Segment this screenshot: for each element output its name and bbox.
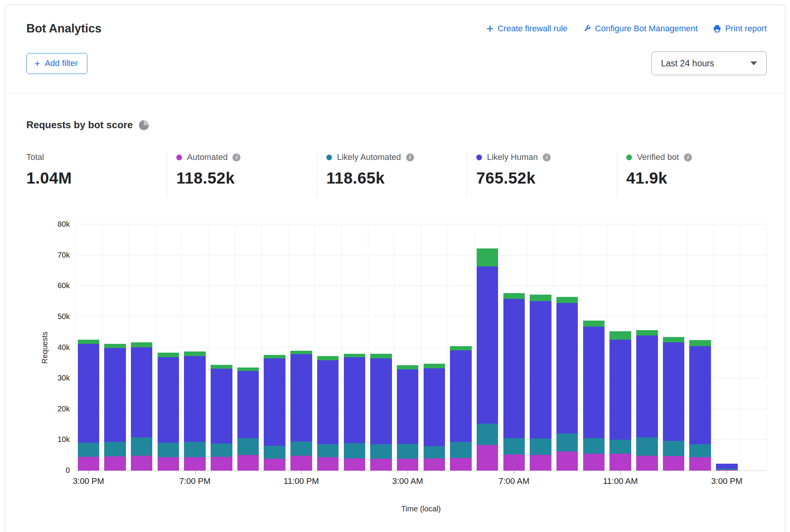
bar-slot <box>527 225 554 471</box>
bar[interactable] <box>104 344 126 471</box>
x-axis-slot <box>235 471 261 488</box>
bar-slot <box>448 225 474 471</box>
x-axis-slot: 3:00 PM <box>75 471 102 488</box>
section-title: Requests by bot score <box>26 119 133 131</box>
bar-segment-likely-human <box>663 342 684 441</box>
bar-segment-automated <box>104 456 126 471</box>
bar-segment-verified-bot <box>689 340 711 346</box>
bar[interactable] <box>556 297 578 471</box>
bar-segment-likely-automated <box>450 442 471 458</box>
bar[interactable] <box>158 353 179 471</box>
bar[interactable] <box>477 248 498 471</box>
bar[interactable] <box>530 295 551 471</box>
stat-verified-bot-value: 41.9k <box>626 169 767 187</box>
bar[interactable] <box>264 355 285 471</box>
bar-segment-likely-human <box>503 299 525 438</box>
card-header: Bot Analytics Create firewall rule <box>5 5 785 75</box>
bar-segment-automated <box>158 457 179 471</box>
bar[interactable] <box>317 356 339 471</box>
bar-segment-verified-bot <box>78 340 99 344</box>
bar-slot <box>75 225 102 471</box>
bar[interactable] <box>583 321 605 471</box>
x-tick-mark <box>727 471 727 474</box>
bar[interactable] <box>370 354 392 471</box>
x-axis-slot <box>102 471 129 488</box>
bar-segment-automated <box>344 458 365 471</box>
bar-segment-verified-bot <box>184 351 205 356</box>
printer-icon <box>713 24 721 33</box>
x-axis-slot <box>421 471 448 488</box>
add-filter-button[interactable]: + Add filter <box>26 53 87 74</box>
bar[interactable] <box>689 340 711 471</box>
bot-analytics-card: Bot Analytics Create firewall rule <box>5 5 785 532</box>
bar-segment-likely-automated <box>131 437 152 456</box>
info-icon[interactable]: i <box>406 153 414 161</box>
stat-automated-label: Automated <box>187 152 227 162</box>
print-report-link[interactable]: Print report <box>713 24 767 34</box>
stat-automated: Automated i 118.52k <box>167 152 317 197</box>
time-range-value: Last 24 hours <box>661 58 714 69</box>
bar-segment-likely-human <box>78 344 99 443</box>
bar[interactable] <box>184 351 205 471</box>
x-axis-slot: 11:00 AM <box>607 471 634 488</box>
bar-slot <box>288 225 315 471</box>
time-range-select[interactable]: Last 24 hours <box>651 52 767 75</box>
bar[interactable] <box>503 293 525 471</box>
x-axis-slot <box>554 471 580 488</box>
info-icon[interactable]: i <box>232 153 240 161</box>
bar-slot <box>341 225 368 471</box>
bar-segment-automated <box>397 459 418 471</box>
bar[interactable] <box>290 351 312 471</box>
bar-segment-verified-bot <box>211 365 232 369</box>
bar-segment-automated <box>609 454 631 471</box>
bar-segment-automated <box>556 451 578 471</box>
bar-segment-automated <box>237 455 259 471</box>
create-firewall-rule-link[interactable]: Create firewall rule <box>486 24 568 34</box>
header-actions: Create firewall rule Configure Bot Manag… <box>486 24 767 34</box>
bar-slot <box>580 225 607 471</box>
bar-slot <box>474 225 501 471</box>
bar-segment-likely-human <box>344 357 365 443</box>
bar-slot <box>155 225 182 471</box>
bar[interactable] <box>211 365 232 471</box>
x-tick-label: 3:00 PM <box>73 476 104 486</box>
bar-segment-automated <box>663 456 684 471</box>
bar[interactable] <box>344 354 365 471</box>
stat-automated-value: 118.52k <box>176 169 317 187</box>
bar-segment-likely-automated <box>636 437 658 456</box>
x-axis-slot <box>634 471 660 488</box>
bar[interactable] <box>716 464 737 471</box>
bar-segment-likely-human <box>556 303 578 434</box>
bar-segment-likely-automated <box>689 444 711 457</box>
x-axis-slot <box>368 471 395 488</box>
bar[interactable] <box>609 331 631 471</box>
bar-segment-likely-automated <box>503 438 525 455</box>
info-icon[interactable]: i <box>543 153 551 161</box>
bar-segment-automated <box>477 445 498 471</box>
bar[interactable] <box>450 346 471 471</box>
bar-segment-likely-automated <box>264 446 285 459</box>
bar[interactable] <box>636 330 658 471</box>
bar-segment-likely-automated <box>583 438 605 453</box>
bar[interactable] <box>663 337 684 471</box>
bar-slot <box>261 225 288 471</box>
bar-segment-likely-human <box>131 347 152 437</box>
x-axis-slot <box>527 471 554 488</box>
info-icon[interactable]: i <box>684 153 692 161</box>
bar[interactable] <box>237 368 259 471</box>
x-tick-label: 7:00 AM <box>498 476 529 486</box>
bar-segment-likely-automated <box>158 443 179 458</box>
bar[interactable] <box>397 365 418 471</box>
bar-slot <box>182 225 208 471</box>
bar[interactable] <box>131 342 152 471</box>
bar-segment-likely-automated <box>78 443 99 457</box>
bar-segment-likely-human <box>689 346 711 444</box>
configure-bot-management-link[interactable]: Configure Bot Management <box>583 24 698 34</box>
bar-segment-verified-bot <box>530 295 551 301</box>
bar[interactable] <box>78 340 99 471</box>
y-tick-label: 50k <box>45 312 70 321</box>
bar-segment-automated <box>184 457 205 471</box>
bar[interactable] <box>424 364 445 471</box>
stat-total-label: Total <box>26 152 44 162</box>
bar-segment-verified-bot <box>370 354 392 358</box>
